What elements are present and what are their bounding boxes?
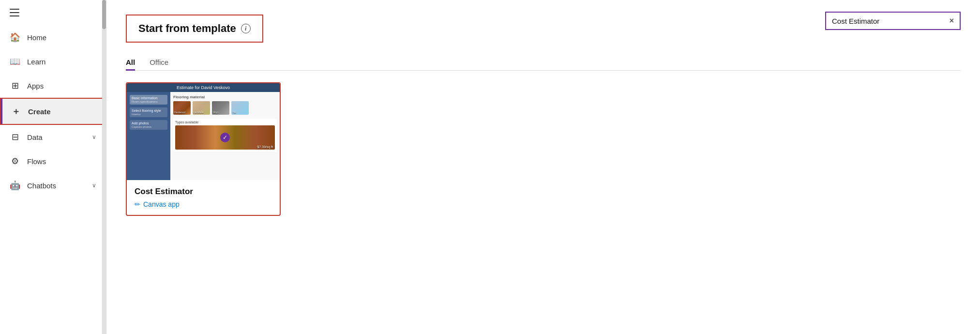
sidebar-item-chatbots[interactable]: 🤖 Chatbots ∨ <box>0 173 106 197</box>
hamburger-icon <box>10 9 19 16</box>
sidebar-item-label: Chatbots <box>27 182 56 190</box>
wood-preview: ✓ $7.39/sq ft <box>175 125 275 150</box>
sidebar-item-learn[interactable]: 📖 Learn <box>0 49 106 74</box>
sidebar-item-home[interactable]: 🏠 Home <box>0 25 106 49</box>
tabs-container: All Office <box>126 54 961 71</box>
template-card-cost-estimator[interactable]: Estimate for David Veskovo Basic informa… <box>126 82 281 216</box>
search-input[interactable] <box>832 17 946 25</box>
scrollbar-thumb <box>102 0 106 29</box>
create-icon: ＋ <box>11 106 21 117</box>
sample-hardwood: Hardwood <box>173 101 191 115</box>
data-icon: ⊟ <box>10 132 20 142</box>
pencil-icon: ✏ <box>135 200 140 208</box>
scrollbar[interactable] <box>102 0 106 334</box>
sidebar-item-label: Learn <box>27 58 45 66</box>
app-preview-header: Estimate for David Veskovo <box>127 83 280 92</box>
sidebar-add-photos: Add photosCapture photos <box>130 120 167 130</box>
search-container: × <box>825 12 961 30</box>
app-preview-main: Flooring material Hardwood Laminate Viny… <box>170 92 280 180</box>
card-type: ✏ Canvas app <box>135 200 272 208</box>
menu-button[interactable] <box>0 0 106 25</box>
flooring-material-label: Flooring material <box>173 95 277 99</box>
sidebar-item-create[interactable]: ＋ Create <box>0 98 106 125</box>
card-title: Cost Estimator <box>135 187 272 197</box>
card-preview: Estimate for David Veskovo Basic informa… <box>127 83 280 180</box>
app-preview: Estimate for David Veskovo Basic informa… <box>127 83 280 180</box>
section-title: Start from template i <box>138 22 251 35</box>
sidebar-item-label: Flows <box>27 157 46 166</box>
search-clear-button[interactable]: × <box>950 16 954 25</box>
chevron-down-icon: ∨ <box>92 182 96 189</box>
main-content: × Start from template i All Office Estim… <box>106 0 980 334</box>
section-header: Start from template i <box>126 15 263 43</box>
types-label: Types available <box>175 121 275 124</box>
search-box: × <box>825 12 961 30</box>
types-section: Types available ✓ $7.39/sq ft <box>173 119 277 152</box>
chatbots-icon: 🤖 <box>10 180 20 191</box>
sidebar-item-flows[interactable]: ⚙ Flows <box>0 149 106 173</box>
sidebar-item-data[interactable]: ⊟ Data ∨ <box>0 125 106 149</box>
tab-all[interactable]: All <box>126 54 135 70</box>
card-info: Cost Estimator ✏ Canvas app <box>127 180 280 215</box>
app-preview-body: Basic informationRoom specifications Sel… <box>127 92 280 180</box>
info-icon[interactable]: i <box>241 24 251 33</box>
sidebar-item-label: Create <box>28 107 51 116</box>
chevron-down-icon: ∨ <box>92 134 96 140</box>
sample-tile: Tile <box>231 101 249 115</box>
sidebar: 🏠 Home 📖 Learn ⊞ Apps ＋ Create ⊟ Data ∨ … <box>0 0 106 334</box>
sidebar-item-label: Home <box>27 33 46 42</box>
flows-icon: ⚙ <box>10 156 20 167</box>
template-grid: Estimate for David Veskovo Basic informa… <box>126 82 961 216</box>
sidebar-basic-info: Basic informationRoom specifications <box>130 95 167 105</box>
apps-icon: ⊞ <box>10 80 20 91</box>
sidebar-item-label: Apps <box>27 82 44 90</box>
learn-icon: 📖 <box>10 56 20 67</box>
sidebar-item-apps[interactable]: ⊞ Apps <box>0 74 106 98</box>
tab-office[interactable]: Office <box>150 54 168 70</box>
app-preview-sidebar: Basic informationRoom specifications Sel… <box>127 92 170 180</box>
sidebar-flooring-style: Select flooring styleInterior <box>130 107 167 117</box>
price-tag: $7.39/sq ft <box>257 145 273 149</box>
home-icon: 🏠 <box>10 32 20 43</box>
sample-laminate: Laminate <box>193 101 210 115</box>
sidebar-item-label: Data <box>27 133 43 141</box>
flooring-samples: Hardwood Laminate Vinyl Tile <box>173 101 277 115</box>
section-title-text: Start from template <box>138 22 236 35</box>
checkmark-icon: ✓ <box>220 133 230 142</box>
sample-vinyl: Vinyl <box>212 101 229 115</box>
card-type-label: Canvas app <box>143 200 180 208</box>
